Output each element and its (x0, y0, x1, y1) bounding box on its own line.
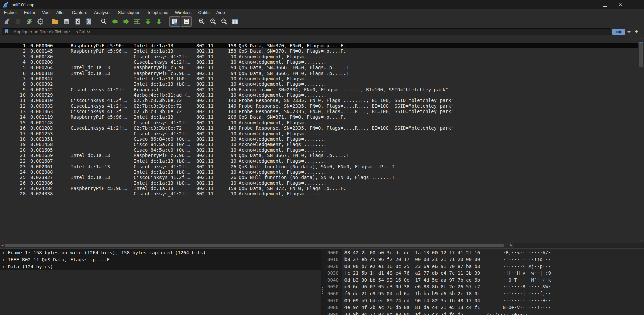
cell-length: 94 (218, 71, 237, 76)
packet-row[interactable]: 250.023927Intel_dc:1a:13CiscoLinksys_41:… (0, 175, 638, 180)
packet-row[interactable]: 180.001351Cisco_86:84:d0 (0c:…802.1110Ac… (0, 136, 638, 142)
packet-row[interactable]: 140.001119RaspberryPiF_c5:96:…Intel_dc:1… (0, 114, 638, 120)
packet-row[interactable]: 150.001148CiscoLinksys_41:2f:…802.1110Ac… (0, 120, 638, 125)
menu-item-wireless[interactable]: Wireless (172, 9, 195, 16)
go-first-packet-button[interactable] (143, 17, 153, 26)
scroll-up-icon[interactable]: ▲ (638, 36, 644, 41)
close-button[interactable]: ✕ (613, 0, 628, 9)
packet-row[interactable]: 240.002088Intel_dc:1a:13 (b0:…802.1110Ac… (0, 169, 638, 175)
cell-length: 10 (218, 191, 237, 196)
packet-row[interactable]: 230.002061Intel_dc:1a:13CiscoLinksys_41:… (0, 164, 638, 169)
detail-row[interactable]: ▶Data (124 bytes) (0, 263, 321, 270)
resize-columns-button[interactable] (230, 17, 240, 26)
hex-row[interactable]: 0040 0d b3 30 bb 54 99 16 0e 17 4d 5e aa… (323, 277, 644, 283)
packet-row[interactable]: 130.001063CiscoLinksys_41:2f:…02:7b:c3:3… (0, 109, 638, 114)
horizontal-scrollbar[interactable]: ◀ ▶ (0, 243, 514, 248)
hex-row[interactable]: 0020 00 00 b7 e2 e1 16 0c 25 23 6a e6 91… (323, 263, 644, 270)
scroll-left-icon[interactable]: ◀ (0, 243, 5, 248)
vertical-scrollbar[interactable]: ▲ ▼ (638, 36, 644, 243)
scroll-right-icon[interactable]: ▶ (509, 243, 514, 248)
hex-ascii: 3··7···· ·e·-·· (463, 312, 528, 315)
apply-filter-button[interactable] (612, 29, 625, 35)
packet-row[interactable]: 20.000145RaspberryPiF_c5:96:…Intel_dc:1a… (0, 48, 638, 54)
packet-row[interactable]: 100.0007294a:ba:4e:fb:11:ad (…802.1110Ac… (0, 92, 638, 98)
zoom-in-button[interactable] (197, 17, 207, 26)
cell-length: 158 (218, 43, 237, 48)
go-last-packet-button[interactable] (154, 17, 164, 26)
cell-time: 0.024338 (28, 191, 69, 196)
cell-source (69, 92, 133, 98)
add-filter-button[interactable]: + (633, 28, 640, 36)
menu-item-capture[interactable]: Capture (68, 9, 91, 16)
zoom-out-button[interactable] (208, 17, 218, 26)
packet-row[interactable]: 160.001203CiscoLinksys_41:2f:…02:7b:c3:3… (0, 125, 638, 131)
auto-scroll-toggle-button[interactable] (169, 16, 180, 27)
reload-file-button[interactable] (84, 17, 94, 26)
packet-row[interactable]: 50.000264Intel_dc:1a:13RaspberryPiF_c5:9… (0, 65, 638, 70)
hex-row[interactable]: 0070 09 09 b9 bd ec 89 74 cd 90 f4 82 3a… (323, 297, 644, 304)
detail-row[interactable]: ▶IEEE 802.11 QoS Data, Flags: .p....F. (0, 256, 321, 263)
save-file-button[interactable] (61, 17, 72, 26)
packet-row[interactable]: 70.000347Intel_dc:1a:13 (b0:…802.1110Ack… (0, 76, 638, 81)
maximize-button[interactable] (597, 0, 613, 9)
go-back-button[interactable] (110, 17, 120, 26)
packet-row[interactable]: 200.001605Cisco_84:5a:c0 (0c:…802.1110Ac… (0, 147, 638, 153)
hex-row[interactable]: 0080 4e 9c 4f 2b ac 76 db 8a 81 da c4 21… (323, 304, 644, 311)
menu-item-outils[interactable]: Outils (195, 9, 213, 16)
detail-row[interactable]: ▶Frame 1: 158 bytes on wire (1264 bits),… (0, 249, 321, 256)
expand-arrow-icon[interactable]: ▶ (3, 249, 5, 256)
cell-no: 10 (0, 92, 28, 98)
close-file-button[interactable] (73, 17, 83, 26)
packet-row[interactable]: 270.024284RaspberryPiF_c5:96:…Intel_dc:1… (0, 186, 638, 191)
menu-item-analyser[interactable]: Analyser (91, 9, 114, 16)
packet-row[interactable]: 280.024338CiscoLinksys_41:2f:…802.1110Ac… (0, 191, 638, 196)
packet-row[interactable]: 90.000542CiscoLinksys_41:2f:…Broadcast80… (0, 87, 638, 92)
packet-row[interactable]: 190.001458Cisco_84:5a:c0 (0c:…802.1110Ac… (0, 142, 638, 147)
capture-options-button[interactable] (35, 17, 45, 26)
packet-row[interactable]: 120.000933CiscoLinksys_41:2f:…02:7b:c3:3… (0, 103, 638, 109)
packet-row[interactable]: 110.000810CiscoLinksys_41:2f:…02:7b:c3:3… (0, 98, 638, 103)
hex-row[interactable]: 0000 88 42 2c 00 b0 3c dc dc 1a 13 00 12… (323, 249, 644, 256)
scroll-down-icon[interactable]: ▼ (638, 238, 644, 243)
menu-item-aller[interactable]: Aller (53, 9, 68, 16)
menu-item-vue[interactable]: Vue (39, 9, 53, 16)
menu-item-fichier[interactable]: Fichier (1, 9, 20, 16)
packet-row[interactable]: 60.000318Intel_dc:1a:13RaspberryPiF_c5:9… (0, 71, 638, 76)
hex-row[interactable]: 0010 b8 27 eb c5 96 f7 20 17 00 00 21 21… (323, 256, 644, 263)
packet-row[interactable]: 170.001253CiscoLinksys_41:2f:…802.1110Ac… (0, 131, 638, 136)
cell-source: CiscoLinksys_41:2f:… (69, 98, 133, 103)
open-file-button[interactable] (50, 17, 60, 26)
packet-row[interactable]: 40.000208CiscoLinksys_41:2f:…802.1110Ack… (0, 59, 638, 65)
minimize-button[interactable] (582, 0, 597, 9)
hex-row[interactable]: 0050 c0 6c d6 07 05 e3 0d 38 e6 88 8b 8f… (323, 283, 644, 290)
stop-capture-button[interactable] (13, 17, 23, 26)
horizontal-scrollbar-thumb[interactable] (5, 244, 504, 247)
restart-capture-button[interactable] (24, 17, 34, 26)
hex-row[interactable]: 0090 33 9b 84 37 02 9d e3 80 af 65 c2 2d… (323, 311, 644, 315)
menu-item-aide[interactable]: Aide (213, 9, 228, 16)
start-capture-button[interactable] (2, 17, 12, 26)
go-forward-button[interactable] (121, 17, 131, 26)
zoom-100-button[interactable]: 1:1 (219, 17, 229, 26)
filter-bookmark-icon[interactable] (4, 29, 9, 35)
filter-dropdown-caret[interactable] (627, 31, 631, 33)
hex-row[interactable]: 0030 fc 21 5b 1f d1 48 e4 76 a2 77 db e4… (323, 270, 644, 276)
expand-arrow-icon[interactable]: ▶ (3, 263, 5, 270)
hex-row[interactable]: 0060 f6 de 21 e9 95 04 cd 6a 1b ba b9 d6… (323, 290, 644, 297)
menu-item-editer[interactable]: Editer (20, 9, 39, 16)
find-packet-button[interactable] (99, 17, 109, 26)
expand-arrow-icon[interactable]: ▶ (3, 256, 5, 263)
go-to-packet-button[interactable] (132, 17, 142, 26)
packet-row[interactable]: 30.000180CiscoLinksys_41:2f:…802.1110Ack… (0, 54, 638, 59)
hex-bytes: fc 21 5b 1f d1 48 e4 76 a2 77 db e4 7c 1… (339, 270, 480, 276)
packet-row[interactable]: 80.000392Intel_dc:1a:13 (b0:…802.1110Ack… (0, 81, 638, 87)
display-filter-input[interactable] (2, 28, 611, 35)
menu-item-telephonie[interactable]: Telephonie (144, 9, 172, 16)
packet-row[interactable]: 260.023986Intel_dc:1a:13 (b0:…802.1110Ac… (0, 180, 638, 186)
packet-row[interactable]: 210.001659Intel_dc:1a:13RaspberryPiF_c5:… (0, 153, 638, 158)
colorize-toggle-button[interactable] (181, 16, 192, 27)
packet-row[interactable]: 10.000000RaspberryPiF_c5:96:…Intel_dc:1a… (0, 43, 638, 48)
menu-item-statistiques[interactable]: Statistiques (114, 9, 144, 16)
packet-row[interactable]: 220.001687Intel_dc:1a:13 (b0:…802.1110Ac… (0, 158, 638, 164)
vertical-scrollbar-thumb[interactable] (639, 42, 643, 67)
